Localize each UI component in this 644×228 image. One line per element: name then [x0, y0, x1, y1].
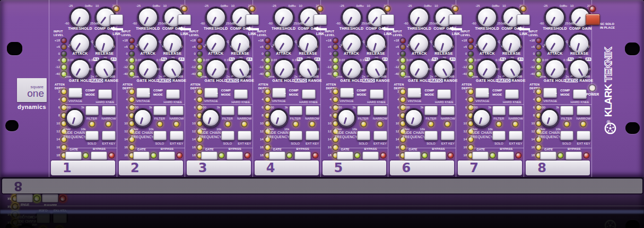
- link-arrow-icon: [517, 27, 530, 31]
- bypass-button[interactable]: [159, 151, 175, 160]
- solo-button[interactable]: [424, 131, 438, 140]
- side-chain-frequency-knob[interactable]: [472, 108, 491, 128]
- ratio-scale: 0dB: [381, 75, 387, 79]
- bypass-led: [381, 153, 386, 158]
- solo-button[interactable]: [492, 131, 506, 140]
- link-button[interactable]: [246, 14, 259, 25]
- ext-key-button[interactable]: [577, 131, 590, 140]
- solo-button[interactable]: [85, 131, 99, 140]
- gate-button[interactable]: [65, 151, 82, 160]
- side-chain-frequency-knob[interactable]: [269, 108, 288, 128]
- gate-button[interactable]: [133, 151, 150, 160]
- ext-key-button[interactable]: [373, 131, 387, 140]
- sc-solo-button[interactable]: [586, 14, 600, 25]
- link-button[interactable]: [381, 14, 394, 25]
- ext-key-button[interactable]: [509, 131, 523, 140]
- narrow-button[interactable]: [238, 106, 251, 115]
- gate-button[interactable]: [404, 151, 421, 160]
- gate-button[interactable]: [201, 151, 217, 160]
- hard-knee-button[interactable]: [166, 89, 180, 99]
- threshold-scale: 0dBu: [424, 4, 431, 8]
- attack-knob[interactable]: [476, 33, 498, 54]
- hard-knee-button[interactable]: [437, 89, 451, 99]
- attack-knob[interactable]: [408, 33, 430, 54]
- meter-row: +6: [525, 45, 541, 50]
- hard-knee-button[interactable]: [302, 89, 316, 99]
- meter-led: [333, 52, 338, 56]
- filter-led: [293, 122, 298, 126]
- bypass-label: BYPASS: [297, 147, 309, 151]
- narrow-button[interactable]: [306, 106, 319, 115]
- gate-button[interactable]: [540, 151, 556, 160]
- filter-button[interactable]: [85, 106, 99, 115]
- meter-row: +6: [389, 45, 405, 50]
- hard-knee-button[interactable]: [98, 89, 112, 99]
- threshold-knob[interactable]: [137, 7, 159, 28]
- link-label: LINK: [447, 32, 465, 36]
- narrow-button[interactable]: [102, 106, 116, 115]
- narrow-button[interactable]: [509, 106, 523, 115]
- narrow-button[interactable]: [577, 106, 590, 115]
- meter-row: 16: [457, 145, 473, 150]
- narrow-button[interactable]: [170, 106, 184, 115]
- threshold-scale: 0dBu: [492, 4, 499, 8]
- threshold-knob[interactable]: [273, 7, 294, 28]
- threshold-knob[interactable]: [476, 7, 498, 28]
- gate-hold-scale: 0.3: [563, 58, 568, 62]
- link-button[interactable]: [449, 14, 462, 25]
- narrow-button[interactable]: [373, 106, 387, 115]
- bypass-button[interactable]: [430, 151, 446, 160]
- threshold-knob[interactable]: [408, 7, 430, 28]
- solo-button[interactable]: [153, 131, 167, 140]
- threshold-knob[interactable]: [341, 7, 362, 28]
- side-chain-frequency-knob[interactable]: [133, 108, 152, 128]
- hard-knee-button[interactable]: [505, 89, 519, 99]
- meter-row: +18: [50, 38, 66, 43]
- link-button[interactable]: [517, 14, 530, 25]
- solo-button[interactable]: [221, 131, 234, 140]
- ext-key-button[interactable]: [441, 131, 455, 140]
- vintage-label: VINTAGE: [272, 99, 286, 103]
- bypass-button[interactable]: [227, 151, 243, 160]
- ext-key-button[interactable]: [238, 131, 251, 140]
- gate-button[interactable]: [472, 151, 489, 160]
- link-button[interactable]: [110, 14, 123, 25]
- link-button[interactable]: [314, 14, 327, 25]
- bypass-button[interactable]: [362, 151, 379, 160]
- bypass-button[interactable]: [565, 151, 582, 160]
- ext-key-button[interactable]: [102, 131, 116, 140]
- threshold-knob[interactable]: [205, 7, 227, 28]
- hard-knee-button[interactable]: [234, 89, 248, 99]
- gate-button[interactable]: [269, 151, 285, 160]
- threshold-knob[interactable]: [544, 7, 565, 28]
- bypass-button[interactable]: [498, 151, 514, 160]
- side-chain-frequency-knob[interactable]: [404, 108, 423, 128]
- filter-button[interactable]: [289, 106, 302, 115]
- filter-button[interactable]: [492, 106, 506, 115]
- side-chain-frequency-knob[interactable]: [337, 108, 356, 128]
- solo-button[interactable]: [289, 131, 302, 140]
- filter-button[interactable]: [221, 106, 234, 115]
- ext-key-button[interactable]: [306, 131, 319, 140]
- meter-label: 2: [526, 89, 535, 94]
- filter-button[interactable]: [560, 106, 573, 115]
- bypass-button[interactable]: [91, 151, 107, 160]
- side-chain-frequency-knob[interactable]: [65, 108, 84, 128]
- ratio-scale: 0dB: [313, 75, 319, 79]
- solo-button[interactable]: [560, 131, 573, 140]
- bypass-button[interactable]: [294, 151, 311, 160]
- divider: [201, 104, 253, 105]
- solo-label: SOLO: [494, 142, 503, 146]
- filter-button[interactable]: [153, 106, 167, 115]
- narrow-button[interactable]: [441, 106, 455, 115]
- solo-button[interactable]: [357, 131, 370, 140]
- hard-knee-button[interactable]: [370, 89, 384, 99]
- filter-button[interactable]: [357, 106, 370, 115]
- side-chain-frequency-knob[interactable]: [201, 108, 220, 128]
- link-button[interactable]: [178, 14, 191, 25]
- side-chain-frequency-knob[interactable]: [540, 108, 559, 128]
- gate-button[interactable]: [337, 151, 353, 160]
- threshold-knob[interactable]: [69, 7, 91, 28]
- filter-button[interactable]: [424, 106, 438, 115]
- ext-key-button[interactable]: [170, 131, 184, 140]
